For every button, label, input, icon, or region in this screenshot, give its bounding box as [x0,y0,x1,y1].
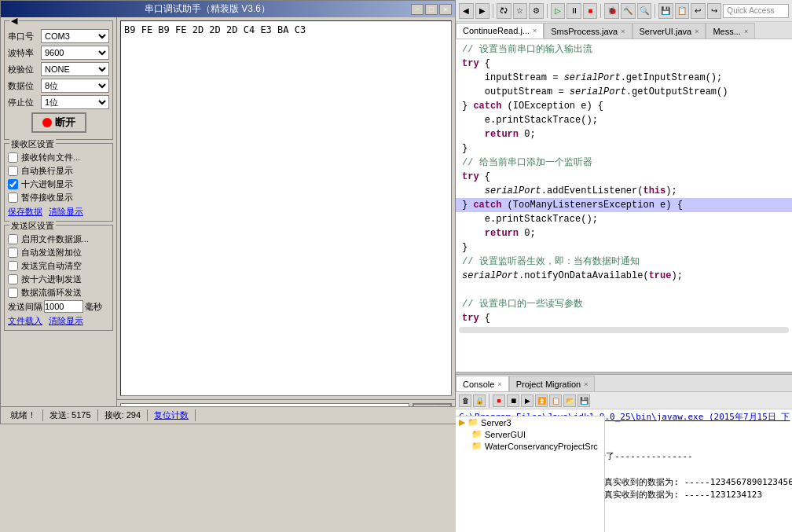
parity-select[interactable]: NONEODDEVEN [41,62,109,76]
code-line-3: inputStream = serialPort.getInputStream(… [456,71,792,85]
code-line-12: } catch (TooManyListenersException e) { [456,198,792,212]
tab-close-3[interactable]: × [744,28,748,35]
minimize-button[interactable]: － [411,4,424,15]
code-line-17: serialPort.notifyOnDataAvailable(true); [456,269,792,283]
console-clear-button[interactable]: 🗑 [459,394,471,407]
save-data-link[interactable]: 保存数据 [8,206,42,218]
toolbar-icon-1[interactable]: 🗘 [497,3,512,19]
code-line-20: try { [456,311,792,325]
toolbar-pause-button[interactable]: ⏸ [566,3,581,19]
toolbar-undo-button[interactable]: ↩ [691,3,706,19]
receive-settings-title: 接收区设置 [9,138,56,150]
tab-close-2[interactable]: × [695,28,698,35]
toolbar-back-button[interactable]: ◀ [459,3,474,19]
toolbar-save-button[interactable]: 💾 [658,3,673,19]
tree-item-server3[interactable]: ▶ 📁 Server3 [456,416,604,428]
console-icon-3[interactable]: ▶ [521,394,534,407]
tab-close-1[interactable]: × [621,28,625,35]
baud-select[interactable]: 9600480019200115200 [41,46,109,60]
code-content-2: try { [462,57,490,71]
close-button[interactable]: × [439,4,452,15]
tree-item-servergui[interactable]: 📁 ServerGUI [456,428,604,440]
code-content-10: try { [462,170,490,184]
interval-input[interactable] [44,300,83,313]
port-select[interactable]: COM3COM1COM2COM4 [41,29,109,43]
toolbar-forward-button[interactable]: ▶ [475,3,490,19]
hex-display-label: 十六进制显示 [21,178,73,190]
console-tabs: Console × Project Migration × [456,375,792,392]
hex-send-row: 按十六进制发送 [8,273,109,285]
hex-display-checkbox[interactable] [8,179,18,189]
auto-append-checkbox[interactable] [8,248,18,258]
toolbar-debug-button[interactable]: 🐞 [604,3,619,19]
toolbar-separator-4 [654,4,655,18]
code-content-3: inputStream = serialPort.getInputStream(… [462,71,722,85]
toolbar-stop-button[interactable]: ■ [583,3,598,19]
hex-send-checkbox[interactable] [8,274,18,284]
send-count: 发送: 5175 [43,409,98,421]
clear-display-link[interactable]: 清除显示 [49,206,83,218]
tab-label-2: ServerUI.java [640,27,692,36]
migration-tab-close[interactable]: × [584,380,588,388]
tab-mess[interactable]: Mess... × [706,23,755,39]
console-tab-migration[interactable]: Project Migration × [509,376,596,391]
start-stop-button[interactable]: 断开 [31,112,86,133]
code-line-5: } catch (IOException e) { [456,99,792,113]
migration-tab-label: Project Migration [516,380,581,389]
console-tab-close[interactable]: × [497,380,501,388]
code-line-16: // 设置监听器生效，即：当有数据时通知 [456,255,792,269]
project-tree: ▶ 📁 Server3 📁 ServerGUI 📁 WaterConservan… [456,416,605,532]
tab-smsprocess[interactable]: SmsProcess.java × [544,23,632,39]
file-input-link[interactable]: 文件载入 [8,315,42,327]
send-settings-box: 发送区设置 启用文件数据源... 自动发送附加位 发送完自动清空 [4,225,113,331]
redirect-checkbox[interactable] [8,152,18,163]
start-stop-label: 断开 [55,116,75,130]
console-scroll-lock-button[interactable]: 🔒 [473,394,486,407]
databits-select[interactable]: 8位5位6位7位 [41,79,109,93]
code-content-13: e.printStackTrace(); [462,212,598,226]
toolbar-icon-2[interactable]: ☆ [513,3,528,19]
redirect-row: 接收转向文件... [8,152,109,163]
interval-label: 发送间隔 [8,301,42,313]
toolbar-build-button[interactable]: 🔨 [621,3,636,19]
loop-send-row: 数据流循环发送 [8,287,109,299]
console-icon-4[interactable]: ⏫ [535,394,548,407]
toolbar-search-button[interactable]: 🔍 [637,3,652,19]
console-tab-main[interactable]: Console × [456,376,509,391]
pause-row: 暂停接收显示 [8,192,109,204]
tab-serverui[interactable]: ServerUI.java × [632,23,706,39]
pause-checkbox[interactable] [8,193,18,203]
console-icon-7[interactable]: 💾 [578,394,590,407]
code-line-15: } [456,240,792,255]
toolbar-icon-3[interactable]: ⚙ [529,3,544,19]
reset-count-button[interactable]: 复位计数 [148,409,196,421]
maximize-button[interactable]: □ [425,4,438,15]
scrollbar-indicator [459,327,789,333]
console-toolbar: 🗑 🔒 ■ ⏹ ▶ ⏫ 📋 📂 💾 [456,392,792,409]
clear-send-link[interactable]: 清除显示 [49,315,83,327]
file-source-checkbox[interactable] [8,234,18,244]
editor-tabs: ContinueRead.j... × SmsProcess.java × Se… [456,22,792,39]
tree-label-water: WaterConservancyProjectSrc [485,442,598,451]
auto-clear-checkbox[interactable] [8,261,18,271]
code-line-2: try { [456,57,792,71]
auto-newline-checkbox[interactable] [8,166,18,176]
toolbar-redo-button[interactable]: ↪ [707,3,722,19]
tree-item-waterconservancy[interactable]: 📁 WaterConservancyProjectSrc [456,440,604,452]
tree-label-servergui: ServerGUI [485,430,526,439]
console-terminate-button[interactable]: ⏹ [507,394,519,407]
receive-settings-box: 接收区设置 接收转向文件... 自动换行显示 十六进制显示 [4,143,113,222]
console-icon-5[interactable]: 📋 [549,394,562,407]
pause-label: 暂停接收显示 [21,192,73,204]
toolbar-copy-button[interactable]: 📋 [675,3,690,19]
loop-send-checkbox[interactable] [8,288,18,298]
console-icon-6[interactable]: 📂 [563,394,576,407]
tab-close-0[interactable]: × [533,27,537,35]
toolbar-run-button[interactable]: ▷ [551,3,566,19]
quick-access-field[interactable]: Quick Access [723,4,789,18]
receive-links: 保存数据 清除显示 [8,206,109,218]
tab-continuereader[interactable]: ContinueRead.j... × [456,23,544,39]
console-stop-button[interactable]: ■ [493,394,505,407]
stopbits-select[interactable]: 1位2位 [41,95,109,109]
code-line-18 [456,283,792,297]
